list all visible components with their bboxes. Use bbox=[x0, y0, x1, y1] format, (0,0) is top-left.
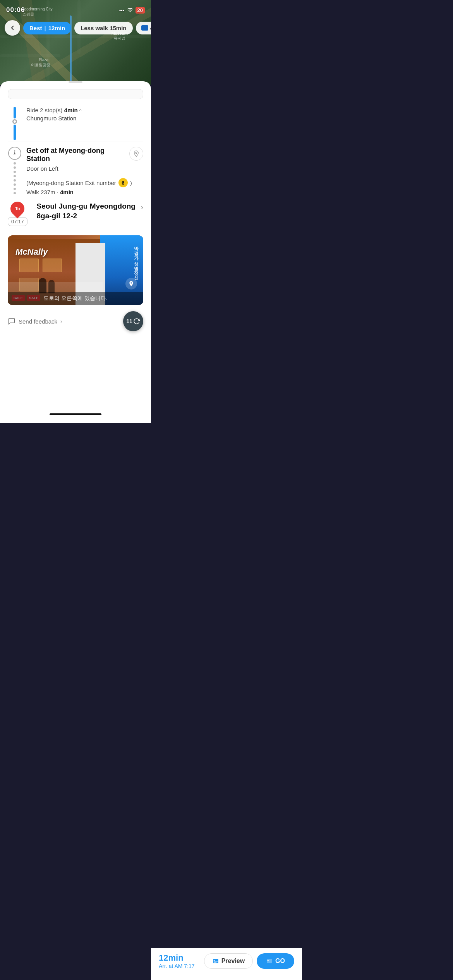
refresh-number: 11 bbox=[126, 318, 132, 324]
back-button[interactable] bbox=[5, 20, 20, 36]
door-side-label: Door on Left bbox=[26, 165, 143, 172]
tab-walk-time: 15min bbox=[110, 25, 126, 31]
status-bar: 00:06 ▪▪▪ 20 bbox=[0, 0, 151, 17]
top-nav: Best | 12min Less walk 15min 421 bbox=[0, 17, 151, 39]
intermediate-station: Chungmuro Station bbox=[26, 115, 143, 122]
walk-icon-circle bbox=[8, 147, 21, 160]
map-view: Goodmorning City 쇼핑몰 Museum 뮤지엄 Plaza 어울… bbox=[0, 0, 151, 85]
arrival-time-badge: 07:17 bbox=[8, 217, 27, 226]
bottom-sheet: Ride 2 stop(s) 4min ^ Chungmuro Station bbox=[0, 81, 151, 376]
signal-icon: ▪▪▪ bbox=[119, 7, 125, 13]
exit-info: (Myeong-dong Station Exit number 6 ) bbox=[26, 178, 143, 187]
walk-distance-label: Walk 237m · 4min bbox=[26, 189, 143, 195]
sheet-handle bbox=[69, 81, 82, 83]
exit-badge: 6 bbox=[118, 178, 128, 187]
ride-stops-label: Ride 2 stop(s) 4min ^ bbox=[26, 107, 143, 113]
summary-box bbox=[8, 89, 143, 99]
get-off-label: Get off at Myeong-dong Station bbox=[26, 147, 129, 163]
tab-best[interactable]: Best | 12min bbox=[23, 22, 71, 34]
to-pin-label: To bbox=[15, 206, 20, 211]
feedback-button[interactable]: Send feedback › bbox=[8, 317, 62, 325]
wifi-icon bbox=[127, 7, 133, 13]
tab-bus-number: 421 bbox=[150, 25, 151, 31]
tab-walk-label: Less walk bbox=[81, 25, 108, 31]
svg-point-1 bbox=[136, 152, 137, 154]
korean-sign: 박경가 생명정신 bbox=[133, 243, 139, 277]
status-time: 00:06 bbox=[6, 6, 25, 14]
destination-arrow[interactable]: › bbox=[141, 202, 143, 211]
refresh-button[interactable]: 11 bbox=[123, 311, 143, 331]
svg-point-0 bbox=[14, 151, 15, 152]
tab-separator: | bbox=[45, 25, 46, 31]
ride-chevron: ^ bbox=[79, 108, 82, 113]
feedback-chevron: › bbox=[60, 318, 62, 324]
person-silhouette-2 bbox=[48, 280, 55, 293]
person-silhouette bbox=[39, 278, 46, 293]
destination-pin: To bbox=[8, 199, 27, 219]
map-square-label: 어울림광장 bbox=[31, 62, 50, 68]
destination-name[interactable]: Seoul Jung-gu Myeongdong 8ga-gil 12-2 bbox=[37, 202, 136, 221]
battery-badge: 20 bbox=[136, 7, 145, 14]
tab-best-label: Best bbox=[29, 25, 42, 31]
street-view-image[interactable]: McNally 박경가 생명정신 SALE SALE 도로의 오른쪽에 있습니다… bbox=[8, 235, 143, 305]
feedback-row: Send feedback › 11 bbox=[0, 305, 151, 338]
map-plaza-label: Plaza bbox=[39, 58, 48, 62]
destination-row: To 07:17 Seoul Jung-gu Myeongdong 8ga-gi… bbox=[0, 200, 151, 231]
status-icons: ▪▪▪ 20 bbox=[119, 7, 145, 14]
walk-dots bbox=[14, 160, 16, 197]
ride-duration: 4min bbox=[64, 107, 78, 113]
tab-less-walk[interactable]: Less walk 15min bbox=[74, 22, 132, 34]
feedback-label: Send feedback bbox=[19, 318, 57, 325]
home-indicator bbox=[50, 413, 101, 415]
tab-bus[interactable]: 421 bbox=[136, 22, 151, 34]
street-caption: 도로의 오른쪽에 있습니다. bbox=[8, 292, 143, 305]
tab-best-time: 12min bbox=[48, 25, 65, 31]
street-view-pin[interactable] bbox=[125, 278, 137, 290]
location-button[interactable] bbox=[129, 147, 143, 161]
mcnally-sign: McNally bbox=[15, 247, 48, 257]
